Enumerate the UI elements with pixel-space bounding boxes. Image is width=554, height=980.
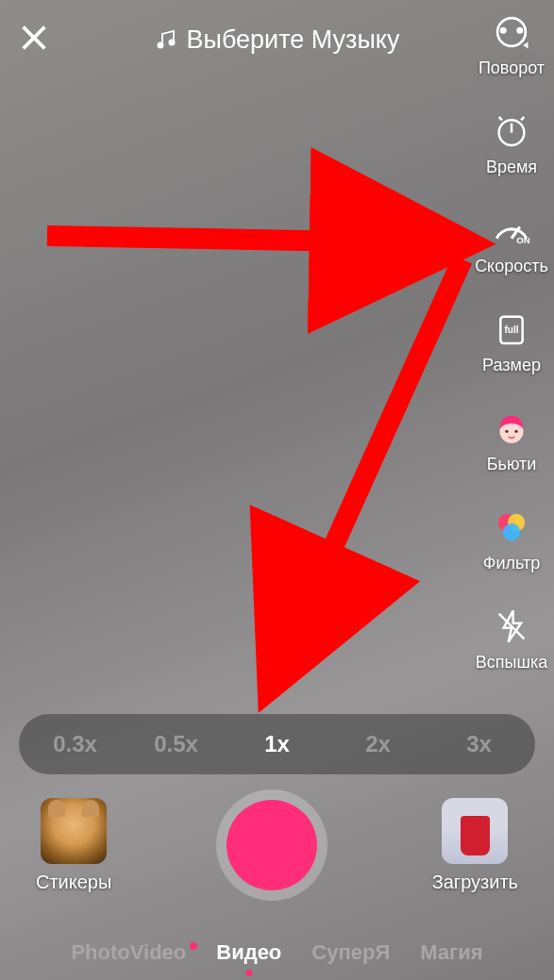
flash-off-icon — [493, 607, 530, 645]
speed-3x[interactable]: 3x — [428, 731, 529, 757]
upload-button[interactable]: Загрузить — [432, 798, 518, 893]
flip-camera-button[interactable]: Поворот — [478, 11, 545, 78]
filter-icon — [493, 508, 530, 546]
svg-point-5 — [501, 28, 505, 32]
mode-video[interactable]: Видео — [216, 940, 281, 965]
timer-icon — [493, 112, 530, 150]
upload-label: Загрузить — [432, 872, 518, 893]
flash-label: Вспышка — [476, 653, 547, 673]
timer-label: Время — [486, 158, 537, 177]
speed-0-3x[interactable]: 0.3x — [25, 731, 126, 757]
flash-button[interactable]: Вспышка — [476, 606, 547, 673]
filter-label: Фильтр — [483, 554, 540, 573]
svg-point-15 — [514, 430, 517, 433]
filter-button[interactable]: Фильтр — [483, 507, 540, 573]
flip-label: Поворот — [478, 58, 545, 78]
size-label: Размер — [482, 356, 541, 375]
record-button[interactable] — [216, 789, 327, 901]
music-note-icon — [155, 28, 177, 51]
side-toolbar: Поворот Время ON Скорость — [469, 11, 554, 673]
stickers-label: Стикеры — [36, 872, 111, 893]
music-select-label: Выберите Музыку — [187, 25, 400, 55]
bottom-actions: Стикеры Загрузить — [0, 784, 554, 906]
svg-point-3 — [169, 40, 174, 44]
flip-icon — [492, 12, 531, 52]
svg-text:ON: ON — [516, 235, 529, 245]
speed-1x[interactable]: 1x — [227, 731, 327, 757]
svg-point-2 — [158, 42, 162, 47]
close-button[interactable] — [15, 19, 53, 57]
close-icon — [18, 22, 50, 54]
upload-thumbnail — [442, 798, 508, 864]
stickers-button[interactable]: Стикеры — [36, 798, 111, 893]
size-button[interactable]: full Размер — [482, 308, 541, 375]
size-icon: full — [493, 310, 530, 348]
mode-photovideo[interactable]: PhotoVideo — [71, 940, 186, 965]
svg-text:full: full — [505, 324, 519, 335]
beauty-label: Бьюти — [487, 455, 537, 474]
annotation-arrow-1 — [47, 236, 459, 243]
timer-button[interactable]: Время — [486, 110, 537, 177]
speed-0-5x[interactable]: 0.5x — [126, 731, 227, 757]
annotation-arrow-2 — [274, 259, 462, 679]
speed-label: Скорость — [475, 257, 548, 276]
record-icon — [227, 800, 317, 890]
speed-selector: 0.3x 0.5x 1x 2x 3x — [19, 714, 535, 774]
speed-button[interactable]: ON Скорость — [475, 209, 548, 276]
mode-tabs: PhotoVideo Видео СуперЯ Магия — [0, 940, 554, 965]
mode-magic[interactable]: Магия — [420, 940, 482, 965]
speed-2x[interactable]: 2x — [327, 731, 428, 757]
mode-super[interactable]: СуперЯ — [311, 940, 390, 965]
svg-point-18 — [503, 523, 520, 540]
svg-line-20 — [499, 614, 525, 639]
stickers-thumbnail — [41, 798, 107, 864]
svg-point-6 — [518, 28, 522, 32]
music-select-button[interactable]: Выберите Музыку — [155, 25, 400, 55]
beauty-icon — [493, 409, 530, 447]
camera-screen: Выберите Музыку Поворот — [0, 0, 554, 980]
svg-point-14 — [505, 430, 508, 433]
speed-icon: ON — [492, 210, 531, 250]
beauty-button[interactable]: Бьюти — [487, 407, 537, 474]
